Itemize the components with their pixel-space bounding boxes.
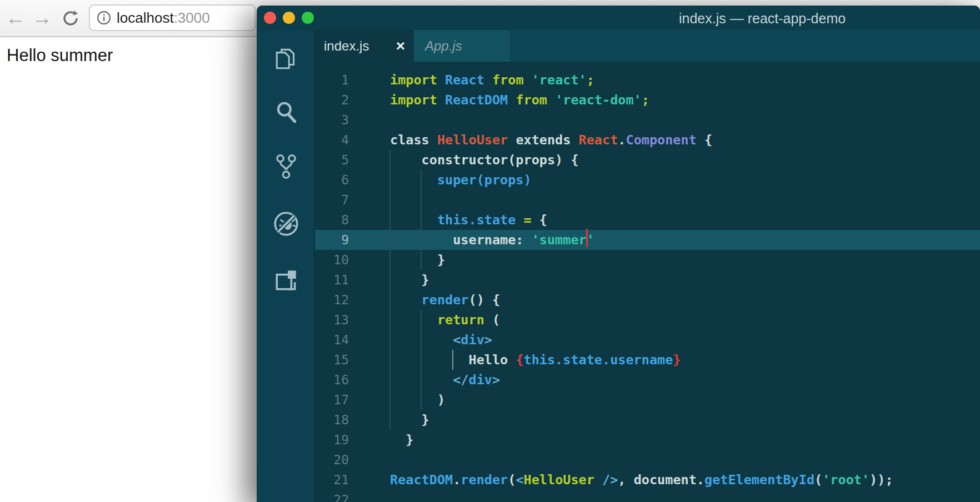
indent-guide-active: [452, 350, 453, 370]
line-number[interactable]: 6: [315, 170, 390, 190]
search-icon[interactable]: [273, 99, 299, 126]
code-line[interactable]: 22: [315, 490, 980, 502]
debug-icon[interactable]: [273, 210, 299, 237]
code-text: class HelloUser extends React.Component …: [390, 130, 712, 150]
line-number[interactable]: 17: [315, 390, 390, 410]
code-text: constructor(props) {: [390, 150, 579, 170]
code-text: Hello {this.state.username}: [390, 350, 681, 370]
line-number[interactable]: 20: [315, 450, 390, 470]
line-number[interactable]: 13: [315, 310, 390, 330]
code-line[interactable]: 16 </div>: [315, 370, 980, 390]
code-line[interactable]: 5 constructor(props) {: [315, 150, 980, 170]
url-bar[interactable]: localhost:3000: [89, 4, 256, 31]
line-number[interactable]: 9: [315, 230, 390, 250]
reload-button[interactable]: [61, 9, 80, 28]
code-text: }: [390, 250, 445, 270]
tab-index-js[interactable]: index.js ×: [315, 30, 414, 62]
line-number[interactable]: 18: [315, 410, 390, 430]
code-line[interactable]: 19 }: [315, 430, 980, 450]
forward-button[interactable]: →: [31, 6, 53, 30]
title-bar[interactable]: index.js — react-app-demo: [257, 6, 980, 30]
line-number[interactable]: 19: [315, 430, 390, 450]
tab-bar: index.js × App.js: [315, 30, 980, 62]
close-tab-icon[interactable]: ×: [396, 38, 405, 54]
line-number[interactable]: 22: [315, 490, 390, 502]
code-line[interactable]: 14 <div>: [315, 330, 980, 350]
editor-group: index.js × App.js 1import React from 're…: [315, 30, 980, 502]
window-title: index.js — react-app-demo: [679, 6, 846, 30]
line-number[interactable]: 3: [315, 110, 390, 130]
code-editor[interactable]: 1import React from 'react';2import React…: [315, 62, 980, 502]
code-line[interactable]: 18 }: [315, 410, 980, 430]
vscode-window: index.js — react-app-demo: [257, 6, 980, 502]
activity-bar: [257, 30, 315, 502]
indent-guide: [421, 170, 422, 270]
line-number[interactable]: 7: [315, 190, 390, 210]
code-line[interactable]: 17 ): [315, 390, 980, 410]
tab-label: App.js: [425, 38, 462, 54]
reload-icon: [61, 9, 80, 28]
code-text: </div>: [390, 370, 500, 390]
line-number[interactable]: 5: [315, 150, 390, 170]
line-number[interactable]: 11: [315, 270, 390, 290]
explorer-icon[interactable]: [273, 45, 299, 72]
code-text: render() {: [390, 290, 500, 310]
minimize-window-button[interactable]: [283, 12, 295, 24]
back-button[interactable]: ←: [4, 6, 27, 30]
traffic-lights: [264, 12, 314, 24]
info-icon[interactable]: [97, 11, 111, 25]
code-line[interactable]: 2import ReactDOM from 'react-dom';: [315, 90, 980, 110]
code-line[interactable]: 6 super(props): [315, 170, 980, 190]
url-host: localhost: [117, 9, 174, 26]
url-port: :3000: [174, 9, 210, 26]
tab-app-js[interactable]: App.js: [414, 30, 511, 62]
code-text: import React from 'react';: [390, 70, 594, 90]
line-number[interactable]: 2: [315, 90, 390, 110]
code-text: }: [390, 270, 429, 290]
code-lines: 1import React from 'react';2import React…: [315, 70, 980, 502]
code-text: return (: [390, 310, 500, 330]
code-text: this.state = {: [390, 210, 547, 230]
line-number[interactable]: 21: [315, 470, 390, 490]
code-line[interactable]: 1import React from 'react';: [315, 70, 980, 90]
code-text: <div>: [390, 330, 492, 350]
zoom-window-button[interactable]: [302, 12, 314, 24]
url-text[interactable]: localhost:3000: [117, 9, 210, 27]
line-number[interactable]: 15: [315, 350, 390, 370]
source-control-icon[interactable]: [273, 153, 299, 180]
indent-guide: [389, 150, 391, 430]
code-line[interactable]: 10 }: [315, 250, 980, 270]
line-number[interactable]: 12: [315, 290, 390, 310]
tab-label: index.js: [324, 38, 369, 54]
line-number[interactable]: 14: [315, 330, 390, 350]
close-window-button[interactable]: [264, 12, 276, 24]
code-text: import ReactDOM from 'react-dom';: [390, 90, 649, 110]
code-line[interactable]: 20: [315, 450, 980, 470]
desktop: ← → localhost:3000 Hello summer: [0, 0, 980, 502]
code-line[interactable]: 8 this.state = {: [315, 210, 980, 230]
line-number[interactable]: 10: [315, 250, 390, 270]
indent-guide: [421, 310, 422, 410]
window-body: index.js × App.js 1import React from 're…: [257, 30, 980, 502]
code-text: super(props): [390, 170, 532, 190]
code-line[interactable]: 3: [315, 110, 980, 130]
line-number[interactable]: 8: [315, 210, 390, 230]
code-line[interactable]: 13 return (: [315, 310, 980, 330]
code-line[interactable]: 11 }: [315, 270, 980, 290]
code-line[interactable]: 9 username: 'summer': [315, 230, 980, 250]
line-number[interactable]: 16: [315, 370, 390, 390]
code-line[interactable]: 15 Hello {this.state.username}: [315, 350, 980, 370]
code-line[interactable]: 4class HelloUser extends React.Component…: [315, 130, 980, 150]
code-text: }: [390, 430, 413, 450]
code-text: ): [390, 390, 445, 410]
line-number[interactable]: 1: [315, 70, 390, 90]
code-text: ReactDOM.render(<HelloUser />, document.…: [390, 470, 893, 490]
code-text: }: [390, 410, 429, 430]
code-line[interactable]: 21ReactDOM.render(<HelloUser />, documen…: [315, 470, 980, 490]
page-text: Hello summer: [7, 46, 113, 66]
line-number[interactable]: 4: [315, 130, 390, 150]
extensions-icon[interactable]: [273, 267, 299, 294]
code-line[interactable]: 7: [315, 190, 980, 210]
code-line[interactable]: 12 render() {: [315, 290, 980, 310]
